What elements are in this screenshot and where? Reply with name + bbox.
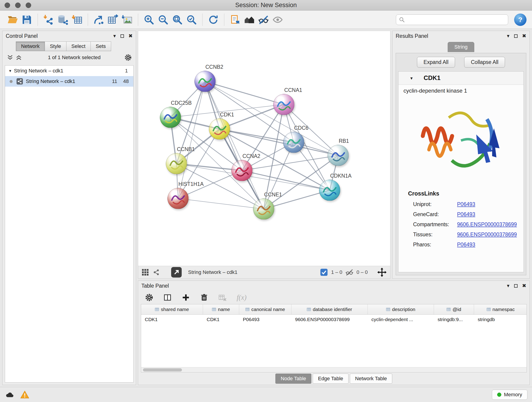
- gene-description: cyclin-dependent kinase 1: [399, 85, 524, 97]
- collapse-all-icon[interactable]: [7, 55, 13, 61]
- gene-header-row[interactable]: ▾ CDK1: [399, 71, 524, 85]
- network-node-ccne1[interactable]: [253, 198, 274, 220]
- zoom-out-button[interactable]: [156, 13, 170, 27]
- network-edge[interactable]: [178, 198, 264, 209]
- help-button[interactable]: ?: [514, 13, 526, 26]
- delete-trash-icon[interactable]: [200, 293, 208, 302]
- crosslink-link[interactable]: P06493: [457, 242, 475, 248]
- crosslinks-title: CrossLinks: [399, 189, 524, 199]
- network-edge[interactable]: [205, 81, 338, 155]
- move-crosshair-icon[interactable]: [377, 267, 387, 277]
- tab-string[interactable]: String: [448, 42, 474, 52]
- column-header-canonical-name[interactable]: canonical name: [239, 304, 291, 314]
- annotation-document-button[interactable]: [228, 13, 242, 27]
- hidden-glasses-icon[interactable]: [346, 268, 353, 276]
- network-node-cdc6[interactable]: [283, 132, 304, 153]
- disclosure-triangle-icon[interactable]: ▾: [9, 68, 11, 73]
- network-edge[interactable]: [205, 81, 264, 209]
- network-node-ccna2[interactable]: [231, 160, 253, 181]
- network-node-hist1h1a[interactable]: [167, 188, 189, 209]
- panel-float-icon[interactable]: [514, 34, 518, 38]
- network-options-gear-icon[interactable]: [124, 54, 132, 61]
- export-image-button[interactable]: [120, 13, 134, 27]
- panel-menu-icon[interactable]: ▾: [507, 283, 510, 288]
- tab-edge-table[interactable]: Edge Table: [313, 374, 348, 384]
- network-node-cdc25b[interactable]: [160, 107, 181, 128]
- save-session-button[interactable]: [20, 13, 34, 27]
- expand-all-button[interactable]: Expand All: [417, 57, 455, 68]
- network-edges-layer: [138, 31, 390, 266]
- export-table-button[interactable]: [106, 13, 120, 27]
- open-session-button[interactable]: [6, 13, 20, 27]
- show-columns-icon[interactable]: [163, 293, 172, 302]
- tab-network[interactable]: Network: [16, 41, 45, 51]
- panel-menu-icon[interactable]: ▾: [507, 33, 510, 38]
- import-network-file-button[interactable]: [41, 13, 56, 27]
- tab-sets[interactable]: Sets: [91, 41, 111, 51]
- hide-graphics-details-button[interactable]: [256, 13, 271, 27]
- zoom-selected-button[interactable]: [184, 13, 199, 27]
- birdseye-view-icon[interactable]: [171, 267, 182, 278]
- tab-style[interactable]: Style: [45, 41, 66, 51]
- apply-layout-button[interactable]: [206, 13, 220, 27]
- network-row-selected[interactable]: String Network – cdk1 11 48: [5, 76, 133, 87]
- column-header-name[interactable]: name: [203, 304, 239, 314]
- network-node-cdk1[interactable]: [209, 119, 230, 140]
- warning-icon[interactable]: [20, 390, 30, 399]
- grid-view-icon[interactable]: [141, 268, 149, 276]
- tab-node-table[interactable]: Node Table: [275, 374, 311, 384]
- import-table-button[interactable]: [70, 13, 84, 27]
- delete-table-icon[interactable]: [218, 293, 227, 302]
- horizontal-scrollbar[interactable]: [141, 367, 526, 372]
- column-header--id[interactable]: @id: [434, 304, 474, 314]
- import-network-database-button[interactable]: [56, 13, 70, 27]
- panel-menu-icon[interactable]: ▾: [114, 33, 116, 38]
- column-header-database-identifier[interactable]: database identifier: [291, 304, 368, 314]
- add-column-plus-icon[interactable]: [182, 293, 190, 302]
- memory-status-dot: [497, 393, 501, 397]
- search-input[interactable]: [407, 17, 505, 23]
- zoom-fit-button[interactable]: [170, 13, 184, 27]
- network-node-ccna1[interactable]: [273, 94, 294, 115]
- network-edge[interactable]: [205, 81, 284, 104]
- table-settings-gear-icon[interactable]: [145, 293, 153, 302]
- table-row[interactable]: CDK1CDK1P064939606.ENSP00000378699cyclin…: [141, 315, 526, 324]
- memory-button[interactable]: Memory: [492, 390, 527, 400]
- gene-disclosure-icon[interactable]: ▾: [410, 75, 413, 81]
- panel-close-icon[interactable]: ✖: [522, 33, 526, 38]
- cloud-icon[interactable]: [5, 390, 15, 399]
- column-header-description[interactable]: description: [368, 304, 434, 314]
- crosslink-link[interactable]: P06493: [457, 201, 475, 207]
- panel-float-icon[interactable]: [120, 34, 124, 38]
- column-header-namespac[interactable]: namespac: [474, 304, 527, 314]
- crosslink-link[interactable]: 9606.ENSP00000378699: [457, 231, 517, 238]
- selected-checkbox-icon[interactable]: [320, 268, 328, 276]
- network-node-ccnb2[interactable]: [195, 71, 215, 92]
- collapse-all-button[interactable]: Collapse All: [464, 57, 505, 68]
- crosslink-link[interactable]: P06493: [457, 211, 475, 217]
- panel-close-icon[interactable]: ✖: [522, 283, 526, 288]
- network-canvas[interactable]: CCNB2 CCNA1 CDC25B CDK1 CDC6 RB1 CCNB1 C…: [138, 31, 390, 266]
- scrollbar-thumb[interactable]: [143, 368, 182, 371]
- network-node-cdkn1a[interactable]: [319, 180, 340, 201]
- tab-network-table[interactable]: Network Table: [350, 374, 392, 384]
- crosslink-link[interactable]: 9606.ENSP00000378699: [457, 221, 517, 228]
- zoom-in-button[interactable]: [142, 13, 156, 27]
- network-collection-row[interactable]: ▾ String Network – cdk1 1: [5, 65, 133, 76]
- network-edge[interactable]: [242, 171, 330, 190]
- protein-structure-thumb-icon: [283, 132, 304, 153]
- birdseye-home-button[interactable]: [242, 13, 256, 27]
- show-graphics-details-button[interactable]: [271, 13, 285, 27]
- protein-structure-thumb-icon: [166, 153, 187, 174]
- network-view-share-icon[interactable]: [152, 268, 160, 276]
- expand-all-icon[interactable]: [15, 55, 22, 61]
- panel-close-icon[interactable]: ✖: [128, 33, 133, 38]
- network-node-rb1[interactable]: [328, 145, 349, 166]
- function-builder-fx[interactable]: f(x): [237, 293, 247, 302]
- tab-select[interactable]: Select: [66, 41, 91, 51]
- export-network-icon: [94, 14, 104, 25]
- export-network-button[interactable]: [92, 13, 106, 27]
- network-node-ccnb1[interactable]: [166, 153, 187, 174]
- column-header-shared-name[interactable]: shared name: [141, 304, 203, 314]
- panel-float-icon[interactable]: [514, 284, 518, 288]
